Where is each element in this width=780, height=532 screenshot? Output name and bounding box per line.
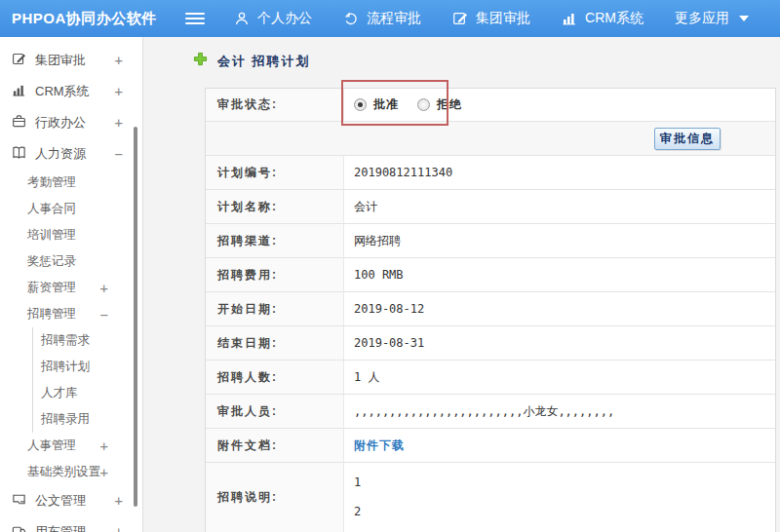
- field-label: 招聘渠道:: [206, 224, 344, 257]
- sidebar-item-personnel-mgmt[interactable]: 人事管理 +: [0, 433, 142, 459]
- sidebar-item-label: 薪资管理: [27, 280, 76, 296]
- approval-info-button[interactable]: 审批信息: [654, 128, 721, 150]
- sidebar-item-label: CRM系统: [35, 83, 90, 100]
- collapse-minus-icon[interactable]: −: [100, 307, 108, 323]
- expand-plus-icon[interactable]: +: [100, 281, 108, 296]
- recruit-plan-form: 审批状态: 批准 拒绝 审批信息 计划编号: 20190812111340 计划…: [205, 88, 776, 532]
- page-header: 会计 招聘计划: [193, 52, 780, 70]
- sidebar-item-documents[interactable]: 公文管理 +: [0, 485, 142, 516]
- field-value: 会计: [344, 190, 775, 223]
- top-bar: PHPOA协同办公软件 个人办公 流程审批 集团审批 CRM系统 更多应用: [0, 0, 780, 37]
- sidebar-item-recruit-plan[interactable]: 招聘计划: [32, 354, 142, 380]
- nav-crm-system[interactable]: CRM系统: [562, 10, 644, 27]
- nav-more-apps[interactable]: 更多应用: [675, 10, 749, 27]
- field-label: 招聘费用:: [206, 258, 344, 291]
- sidebar-item-label: 人才库: [41, 385, 78, 401]
- process-icon: [343, 11, 359, 26]
- sidebar-item-training[interactable]: 培训管理: [0, 222, 142, 248]
- sidebar-item-label: 行政办公: [35, 114, 86, 132]
- add-plus-icon: [193, 52, 208, 70]
- attachment-download-link[interactable]: 附件下载: [354, 437, 405, 454]
- expand-plus-icon[interactable]: +: [115, 493, 123, 509]
- sidebar-item-label: 用车管理: [35, 523, 86, 532]
- collapse-minus-icon[interactable]: −: [115, 146, 123, 162]
- truck-icon: [12, 523, 26, 532]
- table-row: 审批人员: ,,,,,,,,,,,,,,,,,,,,,,,,小龙女,,,,,,,…: [206, 394, 775, 428]
- field-label: 审批人员:: [206, 395, 344, 428]
- reject-radio-label: 拒绝: [437, 96, 462, 113]
- sidebar-item-salary[interactable]: 薪资管理 +: [0, 275, 142, 301]
- field-value: ,,,,,,,,,,,,,,,,,,,,,,,,小龙女,,,,,,,,: [344, 395, 775, 428]
- nav-personal-office[interactable]: 个人办公: [234, 10, 312, 27]
- bar-chart-icon: [12, 83, 26, 100]
- field-label: 计划编号:: [206, 156, 344, 189]
- sidebar-item-hr-contract[interactable]: 人事合同: [0, 196, 142, 222]
- edit-icon: [452, 11, 468, 26]
- sidebar-item-vehicle[interactable]: 用车管理 +: [0, 516, 142, 532]
- field-label: 招聘人数:: [206, 361, 344, 394]
- sidebar: 集团审批 + CRM系统 + 行政办公 + 人力资源 − 考勤管理: [0, 37, 143, 532]
- sidebar-item-base-category[interactable]: 基础类别设置 +: [0, 459, 142, 485]
- field-label: 计划名称:: [206, 190, 344, 223]
- sidebar-item-crm[interactable]: CRM系统 +: [0, 76, 142, 107]
- field-label: 审批状态:: [206, 89, 344, 121]
- table-row: 结束日期: 2019-08-31: [206, 325, 775, 360]
- nav-process-approval[interactable]: 流程审批: [343, 10, 421, 27]
- table-row: 计划名称: 会计: [206, 189, 775, 223]
- sidebar-item-label: 培训管理: [27, 227, 76, 244]
- sidebar-item-hr[interactable]: 人力资源 −: [0, 138, 142, 170]
- field-value: 1 人: [344, 361, 775, 394]
- field-value: 2019-08-12: [344, 292, 775, 325]
- nav-label: 个人办公: [257, 10, 312, 27]
- sidebar-item-label: 招聘计划: [41, 359, 90, 375]
- sidebar-item-recruit-hire[interactable]: 招聘录用: [32, 406, 142, 433]
- field-value: 网络招聘: [344, 224, 775, 257]
- description-line: 2: [354, 504, 775, 519]
- field-value: 100 RMB: [344, 258, 775, 291]
- sidebar-item-talent-pool[interactable]: 人才库: [32, 380, 142, 406]
- field-label: 附件文档:: [206, 429, 344, 462]
- description-line: 1: [354, 475, 775, 490]
- status-options: 批准 拒绝: [344, 89, 775, 121]
- sidebar-item-rewards[interactable]: 奖惩记录: [0, 248, 142, 275]
- sidebar-item-label: 人事管理: [27, 437, 76, 454]
- expand-plus-icon[interactable]: +: [100, 465, 108, 480]
- table-row: 计划编号: 20190812111340: [206, 155, 775, 189]
- sidebar-item-label: 人力资源: [35, 145, 86, 163]
- sidebar-item-label: 奖惩记录: [27, 253, 76, 270]
- sidebar-item-attendance[interactable]: 考勤管理: [0, 170, 142, 196]
- field-label: 结束日期:: [206, 326, 344, 360]
- sidebar-scrollbar[interactable]: [134, 127, 137, 507]
- sidebar-item-label: 招聘需求: [41, 332, 90, 349]
- sidebar-item-label: 人事合同: [27, 201, 76, 217]
- sidebar-item-group-approval[interactable]: 集团审批 +: [0, 45, 142, 76]
- expand-plus-icon[interactable]: +: [115, 524, 123, 532]
- sidebar-item-label: 招聘管理: [27, 306, 76, 323]
- expand-plus-icon[interactable]: +: [115, 53, 123, 68]
- page-title: 会计 招聘计划: [217, 53, 311, 70]
- table-row: 开始日期: 2019-08-12: [206, 291, 775, 325]
- nav-group-approval[interactable]: 集团审批: [452, 10, 530, 27]
- briefcase-icon: [12, 114, 26, 132]
- table-row: 招聘费用: 100 RMB: [206, 257, 775, 291]
- sidebar-item-admin-office[interactable]: 行政办公 +: [0, 107, 142, 138]
- table-row: 招聘说明: 1 2: [206, 462, 775, 532]
- app-logo: PHPOA协同办公软件: [0, 10, 185, 28]
- status-row: 审批状态: 批准 拒绝: [206, 89, 775, 121]
- reject-radio[interactable]: [417, 98, 430, 111]
- button-row: 审批信息: [206, 121, 775, 155]
- sidebar-item-recruit-demand[interactable]: 招聘需求: [32, 327, 142, 354]
- table-row: 招聘渠道: 网络招聘: [206, 223, 775, 257]
- nav-label: 更多应用: [675, 10, 729, 27]
- sidebar-item-recruit-mgmt[interactable]: 招聘管理 −: [0, 301, 142, 327]
- expand-plus-icon[interactable]: +: [100, 438, 108, 454]
- menu-toggle-icon[interactable]: [185, 10, 205, 27]
- expand-plus-icon[interactable]: +: [115, 84, 123, 99]
- table-row: 附件文档: 附件下载: [206, 428, 775, 462]
- field-value: 2019-08-31: [344, 326, 775, 360]
- approve-radio[interactable]: [354, 98, 367, 111]
- expand-plus-icon[interactable]: +: [115, 115, 123, 131]
- field-label: 招聘说明:: [206, 463, 344, 532]
- table-row: 招聘人数: 1 人: [206, 360, 775, 394]
- sidebar-item-label: 考勤管理: [27, 174, 76, 191]
